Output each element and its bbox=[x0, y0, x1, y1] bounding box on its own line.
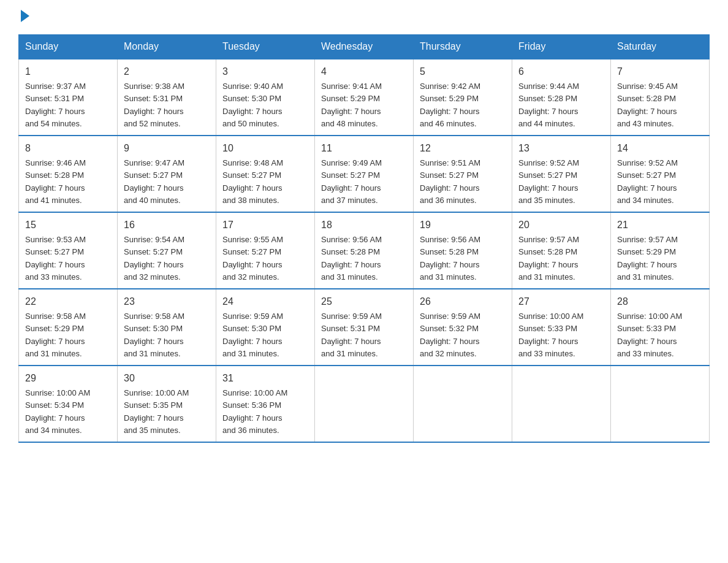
calendar-cell: 4Sunrise: 9:41 AMSunset: 5:29 PMDaylight… bbox=[315, 59, 414, 136]
day-info-line: Daylight: 7 hours bbox=[124, 337, 184, 346]
day-info-line: and 44 minutes. bbox=[518, 119, 575, 128]
day-info-line: Sunrise: 9:48 AM bbox=[222, 158, 283, 167]
day-number: 31 bbox=[222, 371, 308, 386]
calendar-cell: 11Sunrise: 9:49 AMSunset: 5:27 PMDayligh… bbox=[315, 136, 414, 212]
day-info-line: Sunset: 5:31 PM bbox=[25, 94, 84, 103]
day-info-line: Sunrise: 10:00 AM bbox=[518, 312, 583, 321]
day-info-line: Sunrise: 9:38 AM bbox=[124, 82, 184, 91]
day-info-line: Sunrise: 9:57 AM bbox=[617, 235, 678, 244]
day-info-line: Sunrise: 9:42 AM bbox=[420, 82, 480, 91]
day-info-line: Sunset: 5:33 PM bbox=[617, 324, 676, 333]
day-info-line: Daylight: 7 hours bbox=[25, 413, 85, 423]
calendar-cell: 31Sunrise: 10:00 AMSunset: 5:36 PMDaylig… bbox=[216, 366, 315, 442]
day-info-line: Sunset: 5:36 PM bbox=[222, 400, 281, 410]
day-info-line: Sunset: 5:27 PM bbox=[518, 170, 577, 180]
day-number: 24 bbox=[222, 294, 308, 309]
calendar-cell: 25Sunrise: 9:59 AMSunset: 5:31 PMDayligh… bbox=[315, 289, 414, 366]
calendar-cell bbox=[611, 366, 710, 442]
day-info-line: Sunset: 5:27 PM bbox=[124, 170, 183, 180]
day-number: 14 bbox=[617, 141, 703, 156]
day-number: 28 bbox=[617, 294, 703, 309]
day-info-line: and 31 minutes. bbox=[222, 349, 279, 358]
day-info-line: Sunset: 5:28 PM bbox=[321, 247, 380, 256]
day-info-line: Sunset: 5:35 PM bbox=[124, 400, 183, 410]
day-info-line: Daylight: 7 hours bbox=[321, 183, 381, 193]
calendar-cell: 17Sunrise: 9:55 AMSunset: 5:27 PMDayligh… bbox=[216, 212, 315, 289]
logo-arrow-icon bbox=[21, 10, 29, 22]
day-info-line: Sunrise: 9:37 AM bbox=[25, 82, 86, 91]
page-header bbox=[18, 12, 710, 22]
day-info-line: Daylight: 7 hours bbox=[420, 107, 480, 116]
calendar-header-saturday: Saturday bbox=[611, 35, 710, 59]
day-info-line: Daylight: 7 hours bbox=[518, 183, 578, 193]
calendar-header-thursday: Thursday bbox=[414, 35, 512, 59]
day-number: 5 bbox=[420, 64, 506, 79]
day-info-line: Sunrise: 9:44 AM bbox=[518, 82, 579, 91]
day-number: 9 bbox=[124, 141, 210, 156]
day-number: 16 bbox=[124, 218, 210, 232]
calendar-week-row: 29Sunrise: 10:00 AMSunset: 5:34 PMDaylig… bbox=[19, 366, 710, 442]
calendar-cell: 27Sunrise: 10:00 AMSunset: 5:33 PMDaylig… bbox=[512, 289, 611, 366]
day-info-line: Daylight: 7 hours bbox=[124, 183, 184, 193]
day-info-line: Sunrise: 9:54 AM bbox=[124, 235, 184, 244]
calendar-cell: 7Sunrise: 9:45 AMSunset: 5:28 PMDaylight… bbox=[611, 59, 710, 136]
day-info-line: Sunrise: 10:00 AM bbox=[25, 388, 90, 397]
day-info-line: Sunrise: 10:00 AM bbox=[124, 388, 189, 397]
day-info-line: Sunset: 5:30 PM bbox=[222, 324, 281, 333]
day-number: 7 bbox=[617, 64, 703, 79]
day-info-line: Sunset: 5:31 PM bbox=[124, 94, 183, 103]
calendar-cell: 22Sunrise: 9:58 AMSunset: 5:29 PMDayligh… bbox=[19, 289, 118, 366]
calendar-cell bbox=[512, 366, 611, 442]
day-info-line: and 33 minutes. bbox=[518, 349, 575, 358]
day-info-line: Sunset: 5:28 PM bbox=[617, 94, 676, 103]
day-info-line: Daylight: 7 hours bbox=[617, 337, 677, 346]
day-info-line: Sunrise: 10:00 AM bbox=[222, 388, 287, 397]
day-number: 23 bbox=[124, 294, 210, 309]
day-info-line: Sunset: 5:29 PM bbox=[321, 94, 380, 103]
day-info-line: Sunset: 5:27 PM bbox=[25, 247, 84, 256]
day-info-line: Daylight: 7 hours bbox=[518, 107, 578, 116]
day-info-line: Sunrise: 9:51 AM bbox=[420, 158, 480, 167]
calendar-cell: 9Sunrise: 9:47 AMSunset: 5:27 PMDaylight… bbox=[118, 136, 216, 212]
calendar-cell: 12Sunrise: 9:51 AMSunset: 5:27 PMDayligh… bbox=[414, 136, 512, 212]
day-number: 12 bbox=[420, 141, 506, 156]
calendar-header-wednesday: Wednesday bbox=[315, 35, 414, 59]
day-info-line: and 46 minutes. bbox=[420, 119, 477, 128]
calendar-cell: 23Sunrise: 9:58 AMSunset: 5:30 PMDayligh… bbox=[118, 289, 216, 366]
day-number: 27 bbox=[518, 294, 604, 309]
calendar-cell: 8Sunrise: 9:46 AMSunset: 5:28 PMDaylight… bbox=[19, 136, 118, 212]
day-info-line: Sunrise: 10:00 AM bbox=[617, 312, 682, 321]
day-info-line: Daylight: 7 hours bbox=[222, 183, 282, 193]
calendar-cell: 29Sunrise: 10:00 AMSunset: 5:34 PMDaylig… bbox=[19, 366, 118, 442]
day-info-line: Daylight: 7 hours bbox=[420, 337, 480, 346]
day-info-line: Sunrise: 9:58 AM bbox=[124, 312, 184, 321]
day-info-line: Sunrise: 9:55 AM bbox=[222, 235, 283, 244]
day-info-line: Sunset: 5:29 PM bbox=[25, 324, 84, 333]
calendar-cell: 20Sunrise: 9:57 AMSunset: 5:28 PMDayligh… bbox=[512, 212, 611, 289]
day-number: 3 bbox=[222, 64, 308, 79]
day-info-line: Sunrise: 9:40 AM bbox=[222, 82, 283, 91]
day-info-line: and 36 minutes. bbox=[222, 426, 279, 435]
calendar-header-friday: Friday bbox=[512, 35, 611, 59]
day-info-line: and 36 minutes. bbox=[420, 196, 477, 205]
day-info-line: Sunrise: 9:45 AM bbox=[617, 82, 678, 91]
day-number: 13 bbox=[518, 141, 604, 156]
day-info-line: Daylight: 7 hours bbox=[25, 337, 85, 346]
calendar-cell: 16Sunrise: 9:54 AMSunset: 5:27 PMDayligh… bbox=[118, 212, 216, 289]
day-info-line: Sunrise: 9:47 AM bbox=[124, 158, 184, 167]
day-info-line: Sunrise: 9:58 AM bbox=[25, 312, 86, 321]
calendar-cell: 21Sunrise: 9:57 AMSunset: 5:29 PMDayligh… bbox=[611, 212, 710, 289]
day-info-line: and 50 minutes. bbox=[222, 119, 279, 128]
calendar-week-row: 15Sunrise: 9:53 AMSunset: 5:27 PMDayligh… bbox=[19, 212, 710, 289]
calendar-cell: 28Sunrise: 10:00 AMSunset: 5:33 PMDaylig… bbox=[611, 289, 710, 366]
day-info-line: Sunset: 5:32 PM bbox=[420, 324, 479, 333]
day-info-line: Sunset: 5:27 PM bbox=[617, 170, 676, 180]
calendar-cell: 2Sunrise: 9:38 AMSunset: 5:31 PMDaylight… bbox=[118, 59, 216, 136]
day-info-line: and 41 minutes. bbox=[25, 196, 82, 205]
day-info-line: and 33 minutes. bbox=[617, 349, 674, 358]
day-info-line: Daylight: 7 hours bbox=[25, 107, 85, 116]
day-info-line: Sunset: 5:30 PM bbox=[124, 324, 183, 333]
day-info-line: and 31 minutes. bbox=[420, 272, 477, 282]
day-number: 1 bbox=[25, 64, 111, 79]
calendar-cell: 3Sunrise: 9:40 AMSunset: 5:30 PMDaylight… bbox=[216, 59, 315, 136]
